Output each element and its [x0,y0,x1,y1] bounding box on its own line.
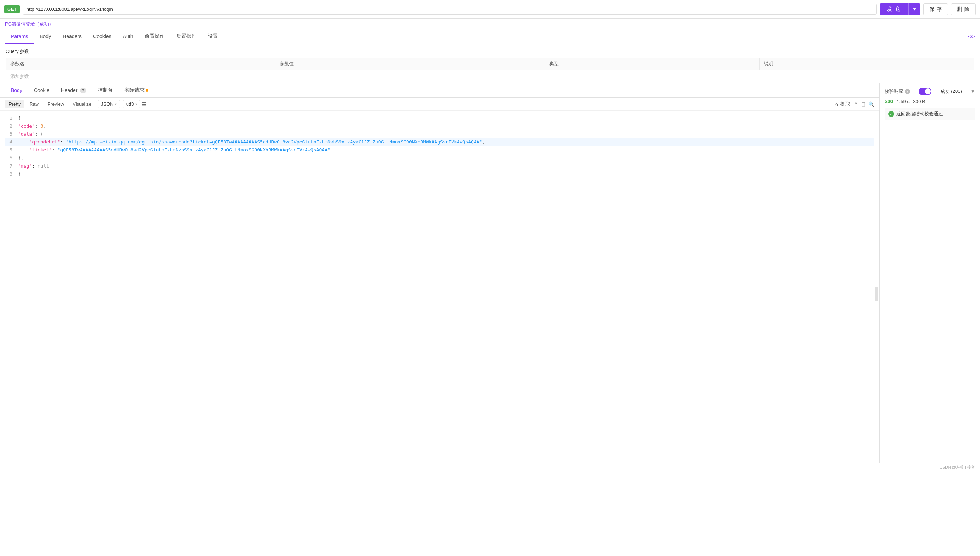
code-line-3: 3 "data": { [5,130,874,138]
resp-tab-header[interactable]: Header 7 [55,84,92,97]
json-format-select[interactable]: JSON ▾ [98,100,120,108]
sub-tab-preview[interactable]: Preview [44,100,68,108]
check-circle-icon: ✓ [888,111,894,117]
extract-icon[interactable]: ◮ 提取 [835,101,850,108]
send-btn-group: 发 送 ▼ [880,3,920,15]
header-badge: 7 [80,88,86,93]
code-icon[interactable]: </> [968,30,975,43]
tab-pre-operation[interactable]: 前置操作 [139,29,171,44]
method-badge: GET [4,5,20,13]
json-format-label: JSON [101,102,114,107]
validation-toggle[interactable] [919,88,932,95]
validation-label: 校验响应 ? [885,88,910,95]
response-tabs-row: Body Cookie Header 7 控制台 实际请求 [0,83,879,98]
validation-ok-text: 返回数据结构校验通过 [896,111,943,117]
top-bar: GET 发 送 ▼ 保 存 删 除 [0,0,980,19]
sub-tab-visualize[interactable]: Visualize [69,100,95,108]
resp-tab-cookie[interactable]: Cookie [28,84,55,97]
save-button[interactable]: 保 存 [923,3,948,15]
tab-post-operation[interactable]: 后置操作 [171,29,202,44]
response-code-area: 1 { 2 "code": 0, 3 "data": { 4 "qrcodeUr… [0,111,879,463]
response-size: 300 B [913,99,925,104]
response-section: Body Cookie Header 7 控制台 实际请求 Pretty Raw… [0,83,980,463]
url-input[interactable] [23,3,877,15]
encoding-chevron: ▾ [135,102,137,106]
code-line-7: 7 "msg": null [5,162,874,170]
resp-tab-body[interactable]: Body [5,84,28,97]
question-mark-icon[interactable]: ? [905,89,910,94]
sub-tabs-row: Pretty Raw Preview Visualize JSON ▾ utf8… [0,98,879,111]
request-tabs-row: Params Body Headers Cookies Auth 前置操作 后置… [0,29,980,44]
filter-icon[interactable]: ☰ [142,102,146,107]
validation-status-text: 成功 (200) [940,88,962,95]
resp-tab-console[interactable]: 控制台 [92,83,119,98]
json-format-chevron: ▾ [115,102,117,106]
code-line-4: 4 "qrcodeUrl": "https://mp.weixin.qq.com… [5,138,874,146]
response-time: 1.59 s [896,99,909,104]
download-icon[interactable]: ⇡ [854,102,858,107]
sub-tab-actions: ◮ 提取 ⇡ ⎕ 🔍 [835,101,874,108]
validation-result: ✓ 返回数据结构校验通过 [885,108,975,120]
expand-icon[interactable]: ▼ [971,89,975,94]
code-line-8: 8 } [5,170,874,178]
tab-body[interactable]: Body [34,30,57,44]
request-subtitle: PC端微信登录（成功） [0,19,980,29]
code-line-1: 1 { [5,114,874,122]
status-code: 200 [885,99,893,104]
encoding-label: utf8 [126,102,134,107]
table-row[interactable]: 添加参数 [6,71,974,83]
col-param-name: 参数名 [6,58,276,71]
send-button[interactable]: 发 送 [880,3,909,15]
col-param-type: 类型 [545,58,759,71]
dot-orange-icon [146,89,148,92]
resp-tab-actual-request[interactable]: 实际请求 [119,83,154,98]
scrollbar [875,287,878,301]
tab-auth[interactable]: Auth [117,30,139,44]
tab-cookies[interactable]: Cookies [87,30,117,44]
params-section-title: Query 参数 [6,48,974,55]
footer-text: CSDN @左尊 | 接客 [940,465,975,469]
params-section: Query 参数 参数名 参数值 类型 说明 添加参数 [0,44,980,83]
sub-tab-pretty[interactable]: Pretty [5,100,24,108]
send-dropdown-button[interactable]: ▼ [909,3,920,15]
add-param-placeholder[interactable]: 添加参数 [6,71,974,83]
encoding-select[interactable]: utf8 ▾ [123,100,140,108]
code-line-6: 6 }, [5,154,874,162]
params-table: 参数名 参数值 类型 说明 添加参数 [6,58,974,83]
sub-tab-raw[interactable]: Raw [26,100,42,108]
copy-icon[interactable]: ⎕ [862,102,865,107]
delete-button[interactable]: 删 除 [951,3,976,15]
search-icon[interactable]: 🔍 [868,102,874,107]
code-line-5: 5 "ticket": "gQE58TwAAAAAAAAAS5odHRwOi8v… [5,146,874,154]
footer: CSDN @左尊 | 接客 [0,463,980,472]
tab-params[interactable]: Params [5,30,34,44]
response-left-panel: Body Cookie Header 7 控制台 实际请求 Pretty Raw… [0,83,879,463]
col-param-desc: 说明 [759,58,974,71]
response-right-panel: 校验响应 ? 成功 (200) ▼ 200 1.59 s 300 B ✓ 返回数… [879,83,980,463]
tab-headers[interactable]: Headers [57,30,87,44]
tab-settings[interactable]: 设置 [202,29,224,44]
code-line-2: 2 "code": 0, [5,122,874,130]
validation-row: 校验响应 ? 成功 (200) ▼ [885,88,975,95]
col-param-value: 参数值 [276,58,545,71]
status-info-row: 200 1.59 s 300 B [885,99,975,104]
